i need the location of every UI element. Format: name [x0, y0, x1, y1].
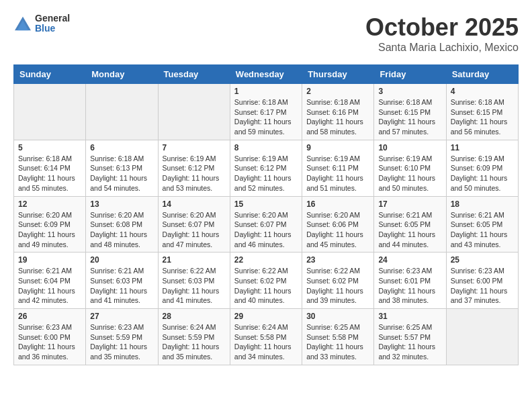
day-cell: 11Sunrise: 6:19 AM Sunset: 6:09 PM Dayli… — [446, 140, 518, 196]
day-cell: 7Sunrise: 6:19 AM Sunset: 6:12 PM Daylig… — [158, 140, 230, 196]
weekday-header-saturday: Saturday — [446, 65, 518, 84]
day-cell: 16Sunrise: 6:20 AM Sunset: 6:06 PM Dayli… — [302, 196, 374, 253]
day-cell: 8Sunrise: 6:19 AM Sunset: 6:12 PM Daylig… — [230, 140, 302, 196]
header: General Blue October 2025 Santa Maria La… — [13, 13, 519, 54]
day-cell — [86, 84, 158, 140]
calendar-table: SundayMondayTuesdayWednesdayThursdayFrid… — [13, 64, 519, 365]
day-number: 27 — [90, 312, 153, 321]
logo: General Blue — [13, 13, 70, 34]
day-number: 22 — [234, 255, 298, 265]
week-row-4: 19Sunrise: 6:21 AM Sunset: 6:04 PM Dayli… — [14, 253, 519, 309]
day-number: 25 — [451, 255, 514, 265]
logo-line1: General — [35, 13, 70, 24]
day-number: 19 — [18, 255, 81, 265]
weekday-header-monday: Monday — [86, 65, 158, 84]
day-number: 5 — [18, 143, 81, 152]
day-cell: 1Sunrise: 6:18 AM Sunset: 6:17 PM Daylig… — [230, 84, 302, 140]
day-number: 17 — [378, 199, 441, 209]
logo-icon — [13, 15, 32, 32]
day-cell: 5Sunrise: 6:18 AM Sunset: 6:14 PM Daylig… — [14, 140, 86, 196]
day-info: Sunrise: 6:18 AM Sunset: 6:17 PM Dayligh… — [234, 97, 298, 137]
day-cell: 13Sunrise: 6:20 AM Sunset: 6:08 PM Dayli… — [86, 196, 158, 253]
day-number: 4 — [451, 87, 514, 96]
day-cell: 14Sunrise: 6:20 AM Sunset: 6:07 PM Dayli… — [158, 196, 230, 253]
day-cell: 12Sunrise: 6:20 AM Sunset: 6:09 PM Dayli… — [14, 196, 86, 253]
day-cell: 27Sunrise: 6:23 AM Sunset: 5:59 PM Dayli… — [86, 309, 158, 365]
day-cell: 9Sunrise: 6:19 AM Sunset: 6:11 PM Daylig… — [302, 140, 374, 196]
day-info: Sunrise: 6:25 AM Sunset: 5:57 PM Dayligh… — [378, 322, 441, 362]
day-number: 7 — [163, 143, 226, 152]
weekday-row: SundayMondayTuesdayWednesdayThursdayFrid… — [14, 65, 519, 84]
day-number: 23 — [306, 255, 369, 265]
day-number: 10 — [378, 143, 441, 152]
day-cell: 26Sunrise: 6:23 AM Sunset: 6:00 PM Dayli… — [14, 309, 86, 365]
day-info: Sunrise: 6:25 AM Sunset: 5:58 PM Dayligh… — [306, 322, 369, 362]
day-number: 21 — [163, 255, 226, 265]
day-number: 2 — [306, 87, 369, 96]
day-number: 24 — [378, 255, 441, 265]
day-cell: 2Sunrise: 6:18 AM Sunset: 6:16 PM Daylig… — [302, 84, 374, 140]
day-info: Sunrise: 6:20 AM Sunset: 6:09 PM Dayligh… — [18, 210, 81, 250]
title-block: October 2025 Santa Maria Lachixio, Mexic… — [365, 13, 519, 54]
day-number: 9 — [306, 143, 369, 152]
day-cell: 23Sunrise: 6:22 AM Sunset: 6:02 PM Dayli… — [302, 253, 374, 309]
day-number: 18 — [451, 199, 514, 209]
day-info: Sunrise: 6:23 AM Sunset: 5:59 PM Dayligh… — [90, 322, 153, 362]
day-cell: 28Sunrise: 6:24 AM Sunset: 5:59 PM Dayli… — [158, 309, 230, 365]
day-info: Sunrise: 6:18 AM Sunset: 6:15 PM Dayligh… — [451, 97, 514, 137]
day-info: Sunrise: 6:24 AM Sunset: 5:59 PM Dayligh… — [163, 322, 226, 362]
day-info: Sunrise: 6:19 AM Sunset: 6:11 PM Dayligh… — [306, 154, 369, 193]
week-row-1: 1Sunrise: 6:18 AM Sunset: 6:17 PM Daylig… — [14, 84, 519, 140]
day-info: Sunrise: 6:19 AM Sunset: 6:10 PM Dayligh… — [378, 154, 441, 193]
day-info: Sunrise: 6:18 AM Sunset: 6:13 PM Dayligh… — [90, 154, 153, 193]
day-cell: 30Sunrise: 6:25 AM Sunset: 5:58 PM Dayli… — [302, 309, 374, 365]
calendar-header: SundayMondayTuesdayWednesdayThursdayFrid… — [14, 65, 519, 84]
day-cell: 29Sunrise: 6:24 AM Sunset: 5:58 PM Dayli… — [230, 309, 302, 365]
day-cell — [14, 84, 86, 140]
day-number: 16 — [306, 199, 369, 209]
day-info: Sunrise: 6:21 AM Sunset: 6:05 PM Dayligh… — [451, 210, 514, 250]
day-number: 3 — [378, 87, 441, 96]
day-number: 29 — [234, 312, 298, 321]
day-info: Sunrise: 6:21 AM Sunset: 6:05 PM Dayligh… — [378, 210, 441, 250]
day-cell: 15Sunrise: 6:20 AM Sunset: 6:07 PM Dayli… — [230, 196, 302, 253]
day-info: Sunrise: 6:21 AM Sunset: 6:04 PM Dayligh… — [18, 266, 81, 306]
day-info: Sunrise: 6:24 AM Sunset: 5:58 PM Dayligh… — [234, 322, 298, 362]
day-info: Sunrise: 6:23 AM Sunset: 6:01 PM Dayligh… — [378, 266, 441, 306]
day-number: 26 — [18, 312, 81, 321]
day-cell: 6Sunrise: 6:18 AM Sunset: 6:13 PM Daylig… — [86, 140, 158, 196]
day-info: Sunrise: 6:22 AM Sunset: 6:02 PM Dayligh… — [234, 266, 298, 306]
day-number: 1 — [234, 87, 298, 96]
day-cell: 18Sunrise: 6:21 AM Sunset: 6:05 PM Dayli… — [446, 196, 518, 253]
day-number: 13 — [90, 199, 153, 209]
day-cell: 17Sunrise: 6:21 AM Sunset: 6:05 PM Dayli… — [374, 196, 446, 253]
week-row-2: 5Sunrise: 6:18 AM Sunset: 6:14 PM Daylig… — [14, 140, 519, 196]
day-cell: 20Sunrise: 6:21 AM Sunset: 6:03 PM Dayli… — [86, 253, 158, 309]
day-cell: 24Sunrise: 6:23 AM Sunset: 6:01 PM Dayli… — [374, 253, 446, 309]
logo-text: General Blue — [35, 13, 70, 34]
weekday-header-friday: Friday — [374, 65, 446, 84]
day-info: Sunrise: 6:19 AM Sunset: 6:12 PM Dayligh… — [234, 154, 298, 193]
day-number: 20 — [90, 255, 153, 265]
weekday-header-wednesday: Wednesday — [230, 65, 302, 84]
day-cell: 10Sunrise: 6:19 AM Sunset: 6:10 PM Dayli… — [374, 140, 446, 196]
day-number: 14 — [163, 199, 226, 209]
day-cell: 4Sunrise: 6:18 AM Sunset: 6:15 PM Daylig… — [446, 84, 518, 140]
day-number: 28 — [163, 312, 226, 321]
day-number: 12 — [18, 199, 81, 209]
weekday-header-thursday: Thursday — [302, 65, 374, 84]
week-row-5: 26Sunrise: 6:23 AM Sunset: 6:00 PM Dayli… — [14, 309, 519, 365]
day-cell: 31Sunrise: 6:25 AM Sunset: 5:57 PM Dayli… — [374, 309, 446, 365]
day-cell: 25Sunrise: 6:23 AM Sunset: 6:00 PM Dayli… — [446, 253, 518, 309]
day-info: Sunrise: 6:20 AM Sunset: 6:07 PM Dayligh… — [234, 210, 298, 250]
day-info: Sunrise: 6:20 AM Sunset: 6:08 PM Dayligh… — [90, 210, 153, 250]
day-number: 8 — [234, 143, 298, 152]
day-info: Sunrise: 6:23 AM Sunset: 6:00 PM Dayligh… — [451, 266, 514, 306]
day-info: Sunrise: 6:18 AM Sunset: 6:16 PM Dayligh… — [306, 97, 369, 137]
day-cell — [446, 309, 518, 365]
weekday-header-sunday: Sunday — [14, 65, 86, 84]
day-cell: 21Sunrise: 6:22 AM Sunset: 6:03 PM Dayli… — [158, 253, 230, 309]
day-cell: 19Sunrise: 6:21 AM Sunset: 6:04 PM Dayli… — [14, 253, 86, 309]
day-info: Sunrise: 6:19 AM Sunset: 6:09 PM Dayligh… — [451, 154, 514, 193]
day-info: Sunrise: 6:18 AM Sunset: 6:14 PM Dayligh… — [18, 154, 81, 193]
